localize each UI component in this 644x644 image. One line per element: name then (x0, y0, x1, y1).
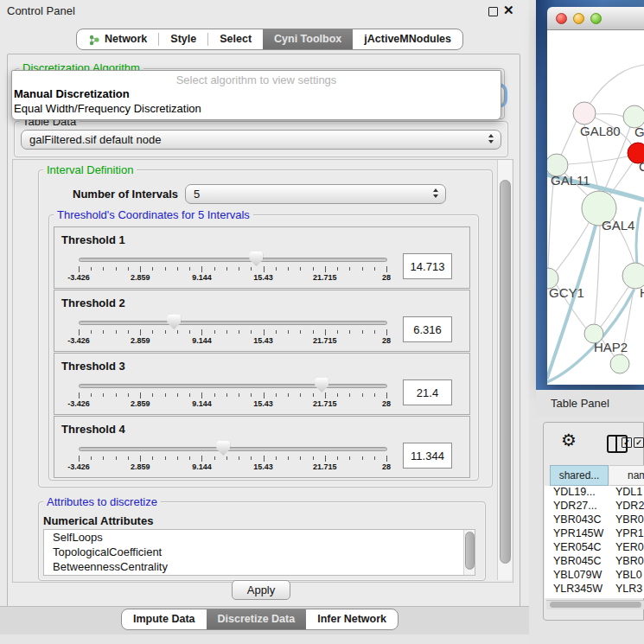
cell-shared-name: YER054C (553, 541, 602, 553)
minimize-traffic-light-icon[interactable] (573, 13, 584, 24)
close-traffic-light-icon[interactable] (556, 13, 567, 24)
slider-tick (276, 330, 277, 334)
network-node-label: GAL80 (580, 124, 621, 138)
table-row[interactable]: YLR345WYLR3 (545, 583, 644, 596)
threshold-slider[interactable]: -3.4262.8599.14415.4321.71528 (79, 441, 387, 475)
slider-thumb[interactable] (315, 378, 328, 392)
network-edge[interactable] (589, 65, 644, 105)
tab-cyni-toolbox[interactable]: Cyni Toolbox (263, 29, 353, 49)
stepper-arrows-icon (433, 188, 438, 198)
slider-tick-label: 15.43 (238, 399, 290, 408)
algorithm-option[interactable]: Equal Width/Frequency Discretization (14, 102, 201, 115)
tab-style[interactable]: Style (159, 29, 207, 49)
algorithm-option[interactable]: Manual Discretization (14, 87, 130, 100)
slider-tick (251, 393, 252, 397)
network-edge[interactable] (595, 226, 600, 324)
slider-tick (165, 393, 166, 397)
slider-tick (349, 393, 350, 397)
list-scrollbar[interactable] (463, 530, 475, 575)
tab-jactivemnodules[interactable]: jActiveMNodules (353, 29, 462, 49)
slider-tick (226, 456, 227, 460)
threshold-value-field[interactable]: 11.344 (403, 443, 452, 469)
table-rows[interactable]: YDL19...YDL1YDR27...YDR2YBR043CYBR0YPR14… (545, 486, 644, 598)
column-header-name[interactable]: name (609, 465, 644, 486)
threshold-slider[interactable]: -3.4262.8599.14415.4321.71528 (79, 252, 387, 286)
network-view-window[interactable]: GAL80GACGAL11GAL4GCY1HAHAP2 (547, 7, 644, 385)
slider-tick (91, 393, 92, 397)
attribute-item[interactable]: TopologicalCoefficient (44, 545, 475, 559)
threshold-slider[interactable]: -3.4262.8599.14415.4321.71528 (79, 378, 387, 412)
table-row[interactable]: YBR045CYBR0 (545, 555, 644, 569)
attribute-item[interactable]: BetweennessCentrality (44, 559, 475, 574)
checkbox-icon[interactable]: ✓ (622, 437, 632, 448)
slider-tick (201, 266, 202, 272)
slider-tick-label: 9.144 (175, 336, 227, 345)
network-window-titlebar[interactable] (547, 7, 644, 30)
network-node[interactable] (610, 354, 629, 373)
dropdown-hint: Select algorithm to view settings (12, 73, 501, 86)
float-window-icon[interactable] (488, 7, 498, 16)
table-row[interactable]: YBR043CYBR0 (545, 513, 644, 527)
tab-discretize-data[interactable]: Discretize Data (207, 609, 307, 629)
threshold-slider[interactable]: -3.4262.8599.14415.4321.71528 (79, 315, 387, 349)
slider-tick (103, 330, 104, 334)
vertical-scrollbar[interactable] (497, 160, 512, 580)
table-row[interactable]: YDL19...YDL1 (545, 486, 644, 500)
slider-thumb[interactable] (216, 441, 230, 456)
horizontal-scrollbar[interactable] (546, 600, 644, 609)
tab-label: Discretize Data (218, 609, 296, 629)
network-node[interactable] (573, 102, 596, 124)
checkbox-icon[interactable]: ✓ (634, 437, 644, 448)
tab-select[interactable]: Select (208, 29, 263, 49)
network-node-label: C (639, 159, 644, 174)
slider-tick (362, 267, 363, 271)
slider-track[interactable] (79, 258, 387, 262)
slider-track[interactable] (79, 384, 387, 388)
network-edge[interactable] (596, 114, 625, 118)
number-of-intervals-combo[interactable]: 5 (185, 184, 446, 204)
slider-tick (337, 393, 338, 397)
slider-tick (91, 456, 92, 460)
apply-button[interactable]: Apply (232, 580, 290, 600)
slider-tick (313, 393, 314, 397)
table-row[interactable]: YER054CYER0 (545, 541, 644, 555)
table-row[interactable]: YIL052CYIL0 (545, 596, 644, 598)
threshold-panel: Threshold 2-3.4262.8599.14415.4321.71528… (54, 290, 470, 352)
slider-track[interactable] (79, 447, 387, 451)
cell-name: YDR2 (615, 500, 644, 512)
threshold-value-field[interactable]: 21.4 (403, 379, 452, 405)
tab-infer-network[interactable]: Infer Network (306, 609, 398, 629)
table-data-combo[interactable]: galFiltered.sif default node (21, 130, 501, 150)
vertical-scrollbar-thumb[interactable] (500, 180, 511, 564)
column-header-shared-name[interactable]: shared... (550, 465, 609, 486)
slider-tick-label: -3.426 (53, 336, 105, 345)
network-edge[interactable] (560, 121, 577, 157)
zoom-traffic-light-icon[interactable] (590, 13, 602, 24)
table-row[interactable]: YDR27...YDR2 (545, 500, 644, 513)
slider-tick (201, 329, 202, 335)
table-row[interactable]: YBL079WYBL0 (545, 569, 644, 583)
network-canvas[interactable]: GAL80GACGAL11GAL4GCY1HAHAP2 (547, 30, 644, 385)
table-row[interactable]: YPR145WYPR1 (545, 527, 644, 541)
settings-gear-icon[interactable]: ⚙ (561, 431, 577, 449)
network-edge[interactable] (548, 176, 554, 269)
slider-tick (214, 330, 215, 334)
slider-tick (276, 456, 277, 460)
list-scrollbar-thumb[interactable] (465, 532, 475, 570)
slider-tick (177, 456, 178, 460)
attribute-item[interactable]: SelfLoops (44, 530, 475, 545)
slider-track[interactable] (79, 321, 387, 325)
slider-tick-label: 21.715 (299, 336, 351, 345)
close-icon[interactable]: ✕ (503, 3, 514, 18)
tab-network[interactable]: Network (77, 29, 158, 49)
slider-tick (251, 456, 252, 460)
horizontal-scrollbar-thumb[interactable] (550, 602, 641, 608)
slider-thumb[interactable] (249, 252, 263, 266)
threshold-value-field[interactable]: 6.316 (403, 316, 452, 342)
tab-impute-data[interactable]: Impute Data (122, 609, 207, 629)
slider-thumb[interactable] (167, 315, 181, 329)
threshold-value-field[interactable]: 14.713 (403, 253, 452, 279)
numerical-attributes-list[interactable]: SelfLoopsTopologicalCoefficientBetweenne… (43, 529, 475, 576)
slider-tick (264, 392, 265, 399)
slider-tick (325, 329, 326, 335)
